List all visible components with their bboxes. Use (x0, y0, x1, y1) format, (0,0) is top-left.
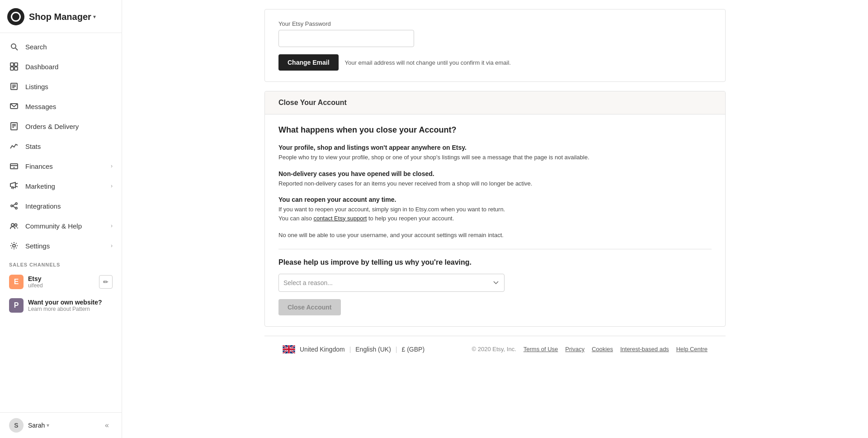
community-icon (9, 221, 19, 231)
sidebar-item-marketing[interactable]: Marketing › (0, 176, 122, 196)
svg-line-1 (15, 48, 18, 50)
sidebar-user[interactable]: S Sarah ▾ (9, 418, 49, 433)
reason-select[interactable]: Select a reason... I no longer want to s… (278, 274, 505, 292)
sidebar-item-label-search: Search (25, 43, 113, 51)
sidebar-item-stats[interactable]: Stats (0, 136, 122, 156)
email-note: Your email address will not change until… (345, 59, 511, 66)
stats-icon (9, 141, 19, 151)
settings-icon (9, 241, 19, 251)
footer-privacy-link[interactable]: Privacy (565, 346, 585, 352)
etsy-channel-name: Etsy (28, 275, 99, 282)
sidebar-item-community[interactable]: Community & Help › (0, 216, 122, 236)
messages-icon (9, 101, 19, 111)
dashboard-icon (9, 62, 19, 71)
svg-rect-2 (10, 63, 14, 66)
listings-icon (9, 81, 19, 91)
svg-rect-4 (10, 67, 14, 70)
info-block-reopen-text2: You can also contact Etsy support to hel… (278, 214, 712, 223)
svg-point-17 (14, 167, 15, 168)
password-input[interactable] (278, 30, 414, 47)
info-block-profile-title: Your profile, shop and listings won't ap… (278, 144, 712, 151)
info-block-cases-title: Non-delivery cases you have opened will … (278, 170, 712, 177)
no-one-text: No one will be able to use your username… (278, 231, 712, 240)
integrations-icon (9, 201, 19, 211)
uk-flag-icon (283, 345, 295, 353)
svg-rect-3 (14, 63, 18, 66)
sidebar-item-label-integrations: Integrations (25, 202, 113, 210)
info-block-reopen-text1: If you want to reopen your account, simp… (278, 205, 712, 214)
marketing-arrow: › (111, 183, 113, 189)
sidebar-item-search[interactable]: Search (0, 37, 122, 57)
svg-point-0 (11, 44, 16, 48)
password-label: Your Etsy Password (278, 20, 712, 27)
info-block-reopen-title: You can reopen your account any time. (278, 196, 712, 203)
etsy-channel-edit-button[interactable]: ✏ (99, 275, 113, 289)
svg-point-24 (15, 203, 17, 205)
close-account-header: Close Your Account (265, 91, 725, 114)
svg-rect-5 (14, 67, 18, 70)
footer-cookies-link[interactable]: Cookies (592, 346, 613, 352)
finances-icon (9, 161, 19, 171)
etsy-channel-icon: E (9, 275, 24, 289)
sidebar-title: Shop Manager (29, 12, 91, 22)
change-email-button[interactable]: Change Email (278, 54, 339, 71)
footer-right: © 2020 Etsy, Inc. Terms of Use Privacy C… (472, 346, 708, 352)
info-block-profile-text: People who try to view your profile, sho… (278, 153, 712, 162)
footer-copyright: © 2020 Etsy, Inc. (472, 346, 516, 352)
user-chevron: ▾ (47, 422, 49, 428)
sidebar-footer: S Sarah ▾ « (0, 412, 122, 438)
info-block-cases: Non-delivery cases you have opened will … (278, 170, 712, 188)
svg-line-26 (13, 204, 15, 206)
pattern-channel[interactable]: P Want your own website? Learn more abou… (0, 294, 122, 317)
svg-point-30 (13, 244, 15, 247)
close-account-header-title: Close Your Account (278, 99, 347, 106)
sidebar-item-finances[interactable]: Finances › (0, 156, 122, 176)
footer-interest-ads-link[interactable]: Interest-based ads (620, 346, 669, 352)
sidebar-item-label-orders: Orders & Delivery (25, 123, 113, 130)
pattern-channel-sub: Learn more about Pattern (28, 306, 113, 312)
sidebar-nav: Search Dashboard (0, 33, 122, 412)
svg-point-23 (11, 205, 13, 207)
orders-icon (9, 121, 19, 131)
footer-left: United Kingdom | English (UK) | £ (GBP) (283, 345, 425, 353)
user-name: Sarah (28, 422, 45, 429)
sidebar-header[interactable]: Shop Manager ▾ (0, 0, 122, 33)
etsy-channel: E Etsy uifeed ✏ (0, 270, 122, 294)
sidebar-item-messages[interactable]: Messages (0, 96, 122, 116)
footer-currency: £ (GBP) (402, 346, 425, 353)
svg-point-25 (15, 207, 17, 209)
sidebar-item-label-community: Community & Help (25, 222, 111, 230)
svg-point-29 (15, 224, 17, 226)
marketing-icon (9, 181, 19, 191)
divider (278, 249, 712, 249)
svg-point-28 (11, 224, 14, 226)
sidebar-item-label-marketing: Marketing (25, 182, 111, 190)
sidebar-item-label-finances: Finances (25, 162, 111, 170)
sidebar-item-listings[interactable]: Listings (0, 76, 122, 96)
sales-channels-label: SALES CHANNELS (0, 256, 122, 270)
info-block-reopen: You can reopen your account any time. If… (278, 196, 712, 223)
close-account-button[interactable]: Close Account (278, 299, 341, 315)
sidebar-item-settings[interactable]: Settings › (0, 236, 122, 256)
svg-line-27 (13, 206, 15, 208)
sidebar-item-integrations[interactable]: Integrations (0, 196, 122, 216)
info-block-cases-text: Reported non-delivery cases for an items… (278, 179, 712, 188)
close-account-section: Close Your Account What happens when you… (264, 91, 726, 327)
contact-etsy-support-link[interactable]: contact Etsy support (314, 215, 367, 222)
password-form-group: Your Etsy Password (278, 20, 712, 47)
footer-help-link[interactable]: Help Centre (676, 346, 708, 352)
sidebar-item-dashboard[interactable]: Dashboard (0, 57, 122, 76)
sidebar-collapse-button[interactable]: « (101, 419, 113, 431)
sidebar-item-label-messages: Messages (25, 103, 113, 110)
footer-country: United Kingdom (300, 346, 345, 353)
page-footer: United Kingdom | English (UK) | £ (GBP) … (264, 336, 726, 362)
sidebar-item-orders[interactable]: Orders & Delivery (0, 116, 122, 136)
change-email-row: Change Email Your email address will not… (278, 54, 712, 71)
sidebar-item-label-settings: Settings (25, 242, 111, 250)
sidebar-item-label-dashboard: Dashboard (25, 63, 113, 71)
change-email-section: Your Etsy Password Change Email Your ema… (264, 9, 726, 82)
sidebar-title-chevron: ▾ (93, 14, 96, 20)
sidebar-item-label-listings: Listings (25, 83, 113, 90)
info-block-profile: Your profile, shop and listings won't ap… (278, 144, 712, 162)
footer-terms-link[interactable]: Terms of Use (524, 346, 558, 352)
